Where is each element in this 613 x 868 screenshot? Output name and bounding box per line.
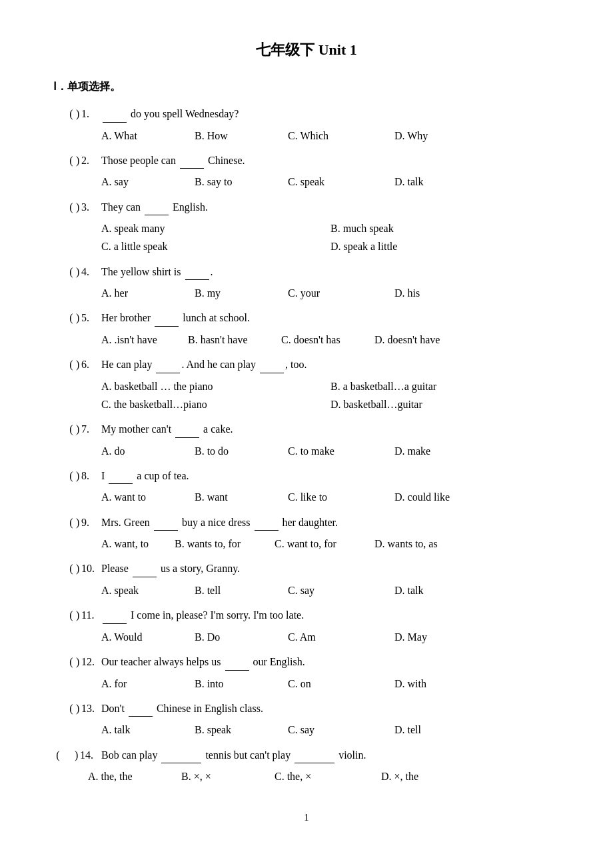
question-item-11: ( ) 11. I come in, please? I'm sorry. I'… [67,606,560,646]
paren-left-4: ( [67,266,76,278]
option-10c: C. say [288,581,394,599]
paren-left-8: ( [67,470,76,482]
option-8a: A. want to [101,488,195,506]
option-2d: D. talk [394,173,488,191]
option-7b: B. to do [195,442,288,460]
q-num-2: 2. [81,155,101,167]
paren-left-3: ( [67,201,76,213]
page-title: 七年级下 Unit 1 [53,40,560,60]
paren-left-14: ( [53,749,63,761]
option-12a: A. for [101,675,195,693]
paren-space-14 [63,749,75,761]
option-13d: D. tell [394,721,488,739]
q-num-10: 10. [81,563,101,575]
option-6c: C. the basketball…piano [101,395,330,413]
option-1a: A. What [101,127,195,145]
option-12b: B. into [195,675,288,693]
option-12d: D. with [394,675,488,693]
option-5d: D. doesn't have [374,331,468,349]
option-14c: C. the, × [275,767,381,785]
q-text-12: Our teacher always helps us our English. [101,653,560,671]
option-14b: B. ×, × [181,767,275,785]
option-3c: C. a little speak [101,237,330,255]
paren-right-11: ) [76,609,81,621]
option-9c: C. want to, for [275,535,374,553]
q-text-10: Please us a story, Granny. [101,559,560,577]
question-item-13: ( ) 13. Don't Chinese in English class. … [67,699,560,739]
question-item-5: ( ) 5. Her brother lunch at school. A. .… [67,309,560,349]
option-13b: B. speak [195,721,288,739]
option-1d: D. Why [394,127,488,145]
option-2a: A. say [101,173,195,191]
paren-right-9: ) [76,517,81,529]
q-num-11: 11. [81,609,101,621]
option-4a: A. her [101,284,195,302]
option-1c: C. Which [288,127,394,145]
question-item-12: ( ) 12. Our teacher always helps us our … [67,653,560,693]
option-11a: A. Would [101,628,195,646]
paren-right-8: ) [76,470,81,482]
option-8d: D. could like [394,488,488,506]
option-11c: C. Am [288,628,394,646]
option-4b: B. my [195,284,288,302]
paren-left-7: ( [67,423,76,435]
q-text-6: He can play . And he can play , too. [101,355,560,373]
q-num-14: 14. [80,749,101,761]
question-item-6: ( ) 6. He can play . And he can play , t… [67,355,560,413]
q-num-3: 3. [81,201,101,213]
option-6a: A. basketball … the piano [101,377,330,395]
paren-right-1: ) [76,108,81,120]
q-text-11: I come in, please? I'm sorry. I'm too la… [101,606,560,624]
option-6d: D. basketball…guitar [330,395,560,413]
page-number: 1 [53,812,560,823]
option-9b: B. wants to, for [175,535,275,553]
questions-container: ( ) 1. do you spell Wednesday? A. What B… [67,105,560,785]
option-9a: A. want, to [101,535,175,553]
q-text-7: My mother can't a cake. [101,420,560,438]
section-header: Ⅰ．单项选择。 [53,80,560,94]
paren-right-2: ) [76,155,81,167]
question-item-2: ( ) 2. Those people can Chinese. A. say … [67,151,560,191]
option-3a: A. speak many [101,219,330,237]
paren-right-12: ) [76,656,81,668]
question-item-1: ( ) 1. do you spell Wednesday? A. What B… [67,105,560,145]
paren-left-13: ( [67,703,76,715]
option-2b: B. say to [195,173,288,191]
paren-left-11: ( [67,609,76,621]
q-text-1: do you spell Wednesday? [101,105,560,123]
q-text-5: Her brother lunch at school. [101,309,560,327]
option-10b: B. tell [195,581,288,599]
question-item-10: ( ) 10. Please us a story, Granny. A. sp… [67,559,560,599]
option-7a: A. do [101,442,195,460]
option-13c: C. say [288,721,394,739]
option-10a: A. speak [101,581,195,599]
paren-right-10: ) [76,563,81,575]
q-num-6: 6. [81,359,101,371]
option-8c: C. like to [288,488,394,506]
question-item-8: ( ) 8. I a cup of tea. A. want to B. wan… [67,467,560,507]
q-text-2: Those people can Chinese. [101,151,560,169]
option-14a: A. the, the [88,767,181,785]
option-13a: A. talk [101,721,195,739]
option-9d: D. wants to, as [374,535,474,553]
question-item-9: ( ) 9. Mrs. Green buy a nice dress her d… [67,513,560,553]
q-text-13: Don't Chinese in English class. [101,699,560,717]
question-item-14: ( ) 14. Bob can play tennis but can't pl… [67,746,560,786]
q-num-5: 5. [81,312,101,324]
option-14d: D. ×, the [381,767,461,785]
option-3b: B. much speak [330,219,560,237]
question-item-4: ( ) 4. The yellow shirt is . A. her B. m… [67,263,560,303]
option-5a: A. .isn't have [101,331,188,349]
paren-right-13: ) [76,703,81,715]
option-11b: B. Do [195,628,288,646]
paren-right-7: ) [76,423,81,435]
paren-left-5: ( [67,312,76,324]
paren-right-4: ) [76,266,81,278]
paren-right-5: ) [76,312,81,324]
option-8b: B. want [195,488,288,506]
option-5b: B. hasn't have [188,331,281,349]
q-num-1: 1. [81,108,101,120]
q-text-9: Mrs. Green buy a nice dress her daughter… [101,513,560,531]
q-text-3: They can English. [101,198,560,216]
paren-left-1: ( [67,108,76,120]
